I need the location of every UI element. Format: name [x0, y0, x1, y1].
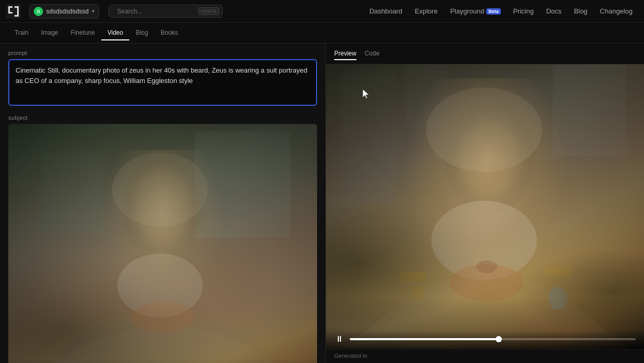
app-logo[interactable] — [6, 4, 21, 19]
svg-rect-6 — [15, 15, 19, 17]
svg-point-28 — [549, 287, 568, 310]
nav-pricing[interactable]: Pricing — [508, 5, 539, 18]
nav-dashboard[interactable]: Dashboard — [364, 5, 408, 18]
subject-svg-overlay — [8, 124, 317, 363]
nav-blog[interactable]: Blog — [569, 5, 593, 18]
prompt-label: prompt — [8, 50, 317, 56]
generated-image: ⏸ — [326, 64, 644, 349]
svg-point-14 — [117, 254, 202, 317]
svg-point-30 — [476, 260, 498, 273]
search-box[interactable]: cmd+k — [108, 5, 223, 18]
search-input[interactable] — [117, 8, 195, 15]
svg-point-23 — [431, 201, 537, 280]
tab-preview[interactable]: Preview — [334, 48, 357, 60]
svg-point-25 — [450, 264, 524, 301]
svg-rect-27 — [545, 267, 571, 276]
tab-blog[interactable]: Blog — [129, 26, 154, 40]
generated-svg-overlay — [326, 64, 644, 349]
beta-badge: Beta — [486, 8, 501, 15]
top-nav: S sdsdsdsdsdssd ▾ cmd+k Dashboard Explor… — [0, 0, 644, 23]
right-panel-header: Preview Code — [326, 44, 644, 64]
account-name: sdsdsdsdsdssd — [46, 8, 89, 15]
generated-in-label: Generated in — [334, 353, 367, 359]
prompt-textarea[interactable]: Cinematic Still, documentary photo of ze… — [8, 59, 317, 106]
search-shortcut: cmd+k — [198, 7, 219, 15]
svg-point-15 — [112, 152, 208, 227]
subject-image-container[interactable] — [8, 124, 317, 363]
tab-train[interactable]: Train — [8, 26, 35, 40]
svg-rect-17 — [8, 124, 317, 363]
svg-point-29 — [412, 286, 424, 300]
svg-point-13 — [109, 158, 216, 296]
main-layout: prompt Cinematic Still, documentary phot… — [0, 44, 644, 363]
svg-point-16 — [131, 301, 195, 333]
progress-bar-fill — [350, 338, 499, 340]
subject-image — [8, 124, 317, 363]
subject-label: subject — [8, 115, 317, 121]
nav-playground[interactable]: Playground Beta — [445, 5, 505, 18]
right-panel-footer: Generated in — [326, 349, 644, 363]
nav-changelog[interactable]: Changelog — [595, 5, 638, 18]
nav-explore[interactable]: Explore — [409, 5, 443, 18]
svg-rect-31 — [326, 64, 644, 349]
play-pause-button[interactable]: ⏸ — [334, 334, 345, 344]
logo-icon — [6, 4, 21, 19]
progress-thumb[interactable] — [496, 336, 502, 342]
avatar: S — [34, 7, 43, 16]
preview-area[interactable]: ⏸ — [326, 64, 644, 349]
account-selector[interactable]: S sdsdsdsdsdssd ▾ — [29, 4, 99, 19]
svg-point-12 — [59, 317, 271, 363]
svg-rect-3 — [8, 12, 12, 13]
tab-finetune[interactable]: Finetune — [64, 26, 101, 40]
right-panel: Preview Code — [326, 44, 644, 363]
tab-code[interactable]: Code — [365, 48, 380, 60]
nav-links: Dashboard Explore Playground Beta Pricin… — [364, 5, 638, 18]
chevron-down-icon: ▾ — [92, 8, 94, 14]
sub-nav: Train Image Finetune Video Blog Books — [0, 23, 644, 44]
svg-point-24 — [426, 88, 542, 172]
tab-image[interactable]: Image — [35, 26, 64, 40]
tab-video[interactable]: Video — [101, 26, 129, 40]
nav-docs[interactable]: Docs — [541, 5, 567, 18]
svg-rect-26 — [400, 272, 426, 282]
video-controls: ⏸ — [326, 330, 644, 349]
video-progress-bar[interactable] — [350, 338, 636, 340]
left-panel: prompt Cinematic Still, documentary phot… — [0, 44, 326, 363]
tab-books[interactable]: Books — [154, 26, 184, 40]
svg-point-22 — [423, 101, 550, 254]
cursor — [362, 89, 371, 101]
